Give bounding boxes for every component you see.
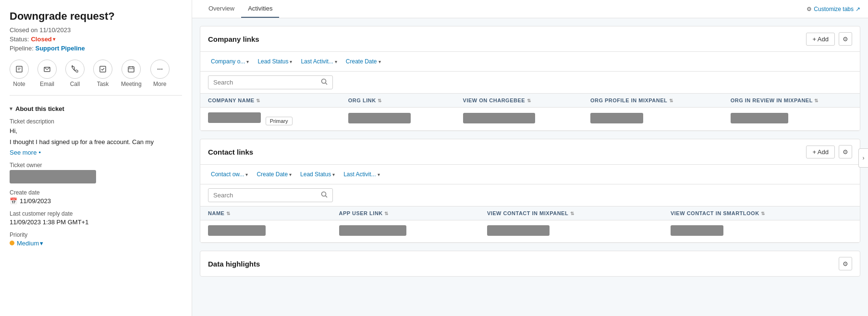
status-label: Status: xyxy=(10,36,29,43)
more-action[interactable]: More xyxy=(150,60,170,87)
email-action[interactable]: Email xyxy=(37,60,57,87)
contact-search-input[interactable] xyxy=(213,192,318,199)
col-header-name[interactable]: NAME xyxy=(200,207,331,220)
company-search-input[interactable] xyxy=(213,79,318,86)
table-row: Primary xyxy=(200,108,860,131)
company-links-add-button[interactable]: + Add xyxy=(806,33,835,46)
create-date-text: 11/09/2023 xyxy=(20,197,51,205)
col-header-org-link[interactable]: ORG LINK xyxy=(341,94,455,108)
col-header-smartlook[interactable]: VIEW CONTACT IN SMARTLOOK xyxy=(663,207,860,220)
call-action[interactable]: Call xyxy=(65,60,85,87)
svg-rect-5 xyxy=(128,67,134,72)
col-header-mixpanel[interactable]: VIEW CONTACT IN MIXPANEL xyxy=(479,207,663,220)
company-filter-lead-status[interactable]: Lead Status ▾ xyxy=(255,57,295,66)
sidebar: Downgrade request? Closed on 11/10/2023 … xyxy=(0,0,192,316)
ticket-title: Downgrade request? xyxy=(10,10,182,24)
action-icons-row: Note Email Call Task Meeting xyxy=(10,60,182,96)
company-name-cell: Primary xyxy=(200,108,341,131)
company-filter-owner[interactable]: Company o... ▾ xyxy=(208,57,252,66)
contact-links-title: Contact links xyxy=(208,148,253,156)
meeting-icon xyxy=(122,60,141,79)
more-label: More xyxy=(153,81,166,87)
data-highlights-settings-button[interactable]: ⚙ xyxy=(839,257,852,270)
col-header-mixpanel-review[interactable]: ORG IN REVIEW IN MIXPANEL xyxy=(723,94,860,108)
contact-links-add-button[interactable]: + Add xyxy=(806,146,835,158)
chargebee-cell xyxy=(455,108,583,131)
note-label: Note xyxy=(13,81,25,87)
col-header-mixpanel-profile[interactable]: ORG PROFILE IN MIXPANEL xyxy=(583,94,723,108)
contact-filter-last-activity[interactable]: Last Activit... ▾ xyxy=(341,170,382,179)
priority-value[interactable]: Medium ▾ xyxy=(17,240,43,247)
about-section: ▾ About this ticket Ticket description H… xyxy=(10,105,182,247)
meeting-action[interactable]: Meeting xyxy=(121,60,142,87)
contact-links-actions: + Add ⚙ xyxy=(806,145,852,158)
priority-dot xyxy=(10,241,14,245)
contact-mixpanel-cell xyxy=(479,220,663,243)
company-filter-last-activity[interactable]: Last Activit... ▾ xyxy=(298,57,340,66)
about-header-label: About this ticket xyxy=(15,105,64,112)
tabs-bar: Overview Activities ⚙ Customize tabs ↗ xyxy=(192,0,868,18)
pipeline-link[interactable]: Support Pipeline xyxy=(36,45,85,52)
task-action[interactable]: Task xyxy=(93,60,112,87)
meeting-label: Meeting xyxy=(121,81,142,87)
contact-search-icon xyxy=(321,191,328,199)
org-link-cell xyxy=(341,108,455,131)
chargebee-value xyxy=(463,113,535,123)
customize-tabs-link[interactable]: ⚙ Customize tabs ↗ xyxy=(807,6,860,12)
tab-activities[interactable]: Activities xyxy=(241,0,279,18)
filter-chevron-icon: ▾ xyxy=(378,172,380,177)
customize-gear-icon: ⚙ xyxy=(807,6,812,12)
panel-collapse-button[interactable]: › xyxy=(858,148,868,168)
call-icon xyxy=(65,60,85,79)
note-action[interactable]: Note xyxy=(10,60,29,87)
contact-name-value xyxy=(208,225,266,236)
status-chevron-icon: ▾ xyxy=(53,36,55,42)
contact-search-box[interactable] xyxy=(208,188,333,202)
filter-chevron-icon: ▾ xyxy=(335,59,337,64)
task-label: Task xyxy=(97,81,109,87)
contact-settings-icon: ⚙ xyxy=(843,148,848,156)
about-header[interactable]: ▾ About this ticket xyxy=(10,105,182,112)
contact-filter-create-date[interactable]: Create Date ▾ xyxy=(254,170,294,179)
col-header-app-user-link[interactable]: APP USER LINK xyxy=(331,207,479,220)
company-search-row xyxy=(200,72,860,94)
company-filter-create-date[interactable]: Create Date ▾ xyxy=(343,57,384,66)
status-badge[interactable]: Closed ▾ xyxy=(31,36,55,43)
priority-chevron-icon: ▾ xyxy=(40,240,43,247)
col-header-chargebee[interactable]: VIEW ON CHARGEBEE xyxy=(455,94,583,108)
calendar-icon: 📅 xyxy=(10,197,17,205)
company-links-header: Company links + Add ⚙ xyxy=(200,26,860,52)
call-label: Call xyxy=(70,81,80,87)
external-link-icon: ↗ xyxy=(856,6,860,12)
col-header-company-name[interactable]: COMPANY NAME xyxy=(200,94,341,108)
app-user-link-value xyxy=(339,225,406,236)
tab-overview[interactable]: Overview xyxy=(202,0,241,18)
contact-filter-lead-status[interactable]: Lead Status ▾ xyxy=(297,170,338,179)
email-icon xyxy=(37,60,57,79)
company-search-box[interactable] xyxy=(208,75,333,89)
note-icon xyxy=(10,60,29,79)
ticket-status-row: Status: Closed ▾ xyxy=(10,36,182,43)
svg-line-15 xyxy=(326,196,328,198)
contact-search-row xyxy=(200,184,860,207)
primary-badge: Primary xyxy=(266,117,293,125)
company-links-settings-button[interactable]: ⚙ xyxy=(839,32,852,46)
contact-links-filters: Contact ow... ▾ Create Date ▾ Lead Statu… xyxy=(200,165,860,184)
contact-filter-owner[interactable]: Contact ow... ▾ xyxy=(208,170,251,179)
see-more-label: See more xyxy=(10,149,37,156)
pipeline-label: Pipeline: xyxy=(10,45,34,52)
contact-links-settings-button[interactable]: ⚙ xyxy=(839,145,852,158)
company-links-actions: + Add ⚙ xyxy=(806,32,852,46)
see-more-link[interactable]: See more • xyxy=(10,149,182,156)
company-settings-icon: ⚙ xyxy=(843,36,848,43)
data-highlights-title: Data highlights xyxy=(208,260,260,268)
description-line1: Hi, xyxy=(10,126,182,136)
svg-line-13 xyxy=(326,83,328,85)
more-icon xyxy=(150,60,170,79)
filter-chevron-icon: ▾ xyxy=(289,172,292,177)
org-link-value xyxy=(348,113,411,123)
contact-smartlook-cell xyxy=(663,220,860,243)
ticket-owner-value xyxy=(10,170,96,183)
mixpanel-review-cell xyxy=(723,108,860,131)
company-links-filters: Company o... ▾ Lead Status ▾ Last Activi… xyxy=(200,52,860,72)
